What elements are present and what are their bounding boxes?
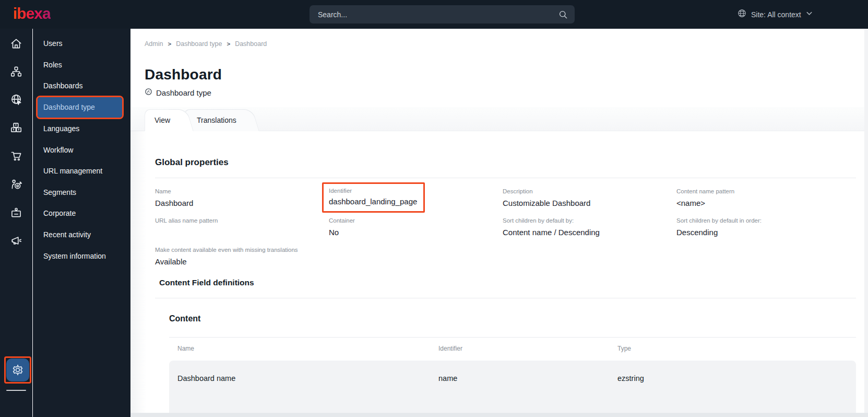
tab-view[interactable]: View [145, 109, 178, 131]
tab-view-label: View [154, 116, 170, 124]
breadcrumb-dashboard-type[interactable]: Dashboard type [176, 40, 222, 48]
divider [155, 298, 856, 298]
field-label: Name [155, 188, 193, 195]
ibexa-logo[interactable]: ibexa [13, 5, 51, 22]
icon-rail [0, 29, 32, 417]
field-sort-by: Sort children by default by: Content nam… [503, 217, 600, 238]
site-context-label: Site: All context [751, 10, 801, 19]
content-tree-icon[interactable] [0, 61, 32, 83]
top-bar: ibexa Site: All context [0, 0, 868, 29]
table-row[interactable]: Dashboard name name ezstring [169, 361, 856, 417]
field-value: No [329, 227, 355, 238]
cell-field-type: ezstring [617, 374, 644, 383]
main-content: Admin > Dashboard type > Dashboard Dashb… [130, 29, 868, 417]
global-properties-heading: Global properties [155, 157, 229, 168]
field-availability: Make content available even with missing… [155, 246, 298, 267]
content-field-definitions-heading: Content Field definitions [159, 278, 254, 287]
sidebar-item-users[interactable]: Users [33, 33, 130, 54]
field-name: Name Dashboard [155, 188, 193, 209]
breadcrumb-separator: > [227, 41, 230, 47]
field-container: Container No [329, 217, 355, 238]
sidebar-item-languages[interactable]: Languages [33, 118, 130, 140]
breadcrumb-dashboard[interactable]: Dashboard [235, 40, 267, 48]
sidebar-item-segments[interactable]: Segments [33, 182, 130, 203]
table-header-type: Type [617, 345, 631, 352]
field-label: Content name pattern [676, 188, 734, 195]
divider [155, 178, 856, 178]
page-title: Dashboard [145, 66, 222, 83]
field-value: Customizable Dashboard [503, 198, 590, 209]
field-value: Descending [676, 227, 762, 238]
sidebar-item-dashboard-type[interactable]: Dashboard type [38, 97, 122, 118]
content-type-label: Dashboard type [156, 88, 211, 97]
sidebar-item-dashboards[interactable]: Dashboards [33, 75, 130, 97]
commerce-cart-icon[interactable] [0, 145, 32, 167]
field-label: Sort children by default by: [503, 217, 600, 224]
field-value: <name> [676, 198, 734, 209]
field-value: Available [155, 257, 298, 267]
vertical-scrollbar[interactable] [864, 29, 868, 413]
chevron-down-icon [805, 9, 813, 19]
search-icon[interactable] [558, 9, 568, 20]
breadcrumb: Admin > Dashboard type > Dashboard [145, 40, 267, 48]
settings-gear-icon[interactable] [6, 358, 29, 381]
cell-field-identifier: name [438, 374, 457, 383]
field-value: Dashboard [155, 198, 193, 209]
content-group-heading: Content [169, 314, 200, 323]
sidebar-item-workflow[interactable]: Workflow [33, 139, 130, 160]
rail-divider [6, 390, 26, 391]
field-sort-order: Sort children by default in order: Desce… [676, 217, 762, 238]
site-globe-icon[interactable] [0, 89, 32, 111]
field-value: Content name / Descending [503, 227, 600, 238]
breadcrumb-separator: > [168, 41, 171, 47]
field-label: Make content available even with missing… [155, 246, 298, 253]
table-header-identifier: Identifier [438, 345, 462, 352]
sidebar-item-url-management[interactable]: URL management [33, 160, 130, 182]
field-url-alias-pattern: URL alias name pattern [155, 217, 218, 227]
table-header-name: Name [177, 345, 194, 352]
home-icon[interactable] [0, 33, 32, 55]
admin-sidebar: Users Roles Dashboards Dashboard type La… [33, 29, 130, 417]
content-type-subtitle: Dashboard type [145, 88, 211, 97]
field-value: dashboard_landing_page [329, 196, 417, 207]
sidebar-item-system-information[interactable]: System information [33, 245, 130, 267]
search-input[interactable] [318, 10, 558, 19]
field-description: Description Customizable Dashboard [503, 188, 590, 209]
divider [169, 337, 856, 338]
field-label: Sort children by default in order: [676, 217, 762, 224]
cell-field-name: Dashboard name [177, 374, 235, 383]
field-label: Identifier [329, 187, 417, 194]
annotation-highlight-dashboard-type: Dashboard type [36, 96, 124, 119]
rail-separator [32, 29, 33, 417]
site-context-selector[interactable]: Site: All context [737, 0, 813, 29]
globe-icon [737, 8, 747, 20]
tab-translations[interactable]: Translations [184, 109, 244, 131]
breadcrumb-admin[interactable]: Admin [145, 40, 163, 48]
content-type-icon [145, 88, 152, 97]
products-icon[interactable] [0, 117, 32, 138]
sidebar-item-corporate[interactable]: Corporate [33, 203, 130, 224]
field-label: URL alias name pattern [155, 217, 218, 224]
annotation-highlight-identifier: Identifier dashboard_landing_page [322, 182, 425, 213]
personalization-icon[interactable] [0, 173, 32, 195]
annotation-highlight-settings [4, 356, 31, 384]
field-label: Container [329, 217, 355, 224]
horizontal-scrollbar[interactable] [130, 413, 868, 417]
global-search[interactable] [310, 5, 575, 24]
sidebar-item-roles[interactable]: Roles [33, 54, 130, 76]
sidebar-item-recent-activity[interactable]: Recent activity [33, 224, 130, 246]
field-content-name-pattern: Content name pattern <name> [676, 188, 734, 209]
corporate-badge-icon[interactable] [0, 202, 32, 224]
marketing-megaphone-icon[interactable] [0, 230, 32, 252]
field-label: Description [503, 188, 590, 195]
tab-translations-label: Translations [197, 116, 236, 124]
